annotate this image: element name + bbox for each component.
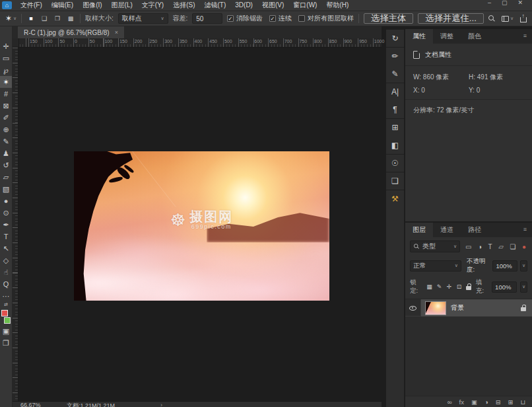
pixel-filter-icon[interactable]: ▭: [465, 243, 471, 250]
panel-tab[interactable]: 颜色: [461, 29, 488, 44]
eyedropper-tool[interactable]: ✐: [0, 112, 12, 124]
magic-wand-tool[interactable]: ✶: [0, 76, 12, 88]
visibility-toggle[interactable]: [405, 299, 421, 316]
close-button[interactable]: ✕: [517, 0, 523, 6]
learn-panel-icon[interactable]: ☉: [386, 154, 404, 172]
frame-tool[interactable]: ⊠: [0, 100, 12, 112]
subtract-selection-icon[interactable]: ❐: [53, 15, 62, 22]
pen-tool[interactable]: ✒: [0, 219, 12, 231]
history-panel-icon[interactable]: ↻: [386, 29, 404, 47]
share-icon[interactable]: [520, 17, 527, 22]
foreground-color-swatch[interactable]: [1, 310, 8, 316]
blur-tool[interactable]: ●: [0, 195, 12, 207]
opacity-dropdown-button[interactable]: ∨: [520, 260, 527, 272]
blend-mode-dropdown[interactable]: 正常 ∨: [410, 260, 461, 272]
swap-colors-icon[interactable]: ⇄: [0, 302, 12, 309]
menu-item[interactable]: 滤镜(T): [200, 0, 231, 11]
menu-item[interactable]: 视图(V): [257, 0, 288, 11]
crop-tool[interactable]: #: [0, 88, 12, 100]
clone-source-panel-icon[interactable]: ❏: [386, 172, 404, 190]
menu-item[interactable]: 文字(Y): [137, 0, 168, 11]
workspace-switcher[interactable]: ∨: [502, 16, 514, 22]
tolerance-input[interactable]: 50: [192, 13, 222, 24]
adjustments-panel-icon[interactable]: ◧: [386, 136, 404, 154]
horizontal-ruler[interactable]: 1501005005010015020025030035040045050055…: [13, 38, 382, 48]
fill-input[interactable]: 100%: [492, 281, 517, 293]
lasso-tool[interactable]: ℘: [0, 64, 12, 76]
healing-brush-tool[interactable]: ⊕: [0, 124, 12, 135]
close-icon[interactable]: ×: [115, 29, 118, 36]
panel-tab[interactable]: 图层: [405, 223, 433, 237]
document-tab[interactable]: R-C (1).jpg @ 66.7%(RGB/8) ×: [18, 26, 124, 38]
move-tool[interactable]: ✛: [0, 40, 12, 52]
hand-tool[interactable]: ☝: [0, 266, 12, 278]
delete-layer-icon[interactable]: ⊔: [521, 398, 525, 406]
panel-tab[interactable]: 路径: [461, 223, 488, 237]
select-and-mask-button[interactable]: 选择并遮住...: [418, 13, 484, 24]
type-filter-icon[interactable]: T: [488, 243, 492, 250]
menu-item[interactable]: 3D(D): [230, 0, 257, 11]
zoom-level-field[interactable]: 66.67%: [20, 402, 67, 407]
plugin-panel-icon[interactable]: ⚒: [386, 190, 404, 207]
lock-transparency-icon[interactable]: ▦: [426, 283, 433, 290]
history-brush-tool[interactable]: ↺: [0, 159, 12, 171]
canvas-area[interactable]: ☸ 摄图网 699pic.com: [13, 48, 382, 401]
photoshop-home-icon[interactable]: ⌂: [2, 1, 12, 9]
layer-style-icon[interactable]: fx: [459, 398, 464, 406]
menu-item[interactable]: 帮助(H): [321, 0, 353, 11]
quick-mask-button[interactable]: ▣: [0, 325, 12, 337]
option-checkbox[interactable]: ✓ 消除锯齿: [227, 14, 263, 23]
brush-settings-panel-icon[interactable]: ✏: [386, 47, 404, 65]
menu-item[interactable]: 图层(L): [107, 0, 137, 11]
background-color-swatch[interactable]: [4, 317, 11, 324]
menu-item[interactable]: 编辑(E): [47, 0, 78, 11]
maximize-button[interactable]: ▢: [502, 0, 508, 6]
new-group-icon[interactable]: ⊟: [496, 398, 501, 406]
adjustment-layer-icon[interactable]: ◑: [484, 398, 488, 406]
shape-filter-icon[interactable]: ▱: [498, 243, 504, 250]
shape-tool[interactable]: ◇: [0, 254, 12, 266]
option-checkbox[interactable]: ✓ 对所有图层取样: [298, 14, 354, 23]
new-layer-icon[interactable]: ⊞: [508, 398, 514, 406]
menu-item[interactable]: 选择(S): [168, 0, 199, 11]
menu-item[interactable]: 窗口(W): [288, 0, 321, 11]
panel-tab[interactable]: 通道: [433, 223, 461, 237]
zoom-tool[interactable]: Q: [0, 278, 12, 290]
lock-artboard-icon[interactable]: ⊡: [455, 283, 463, 290]
minimize-button[interactable]: –: [488, 0, 491, 6]
path-select-tool[interactable]: ↖: [0, 242, 12, 254]
edit-toolbar[interactable]: ⋯: [0, 290, 12, 302]
character-panel-icon[interactable]: A|: [386, 83, 404, 100]
lock-pixels-icon[interactable]: ✎: [436, 283, 443, 290]
gradient-tool[interactable]: ▧: [0, 183, 12, 195]
eraser-tool[interactable]: ▱: [0, 171, 12, 183]
new-selection-icon[interactable]: ■: [26, 15, 36, 22]
opacity-input[interactable]: 100%: [492, 260, 517, 272]
status-options-arrow[interactable]: ›: [152, 402, 162, 407]
search-icon[interactable]: [488, 15, 495, 22]
menu-item[interactable]: 文件(F): [16, 0, 47, 11]
panel-tab[interactable]: 属性: [405, 29, 433, 44]
clone-stamp-tool[interactable]: ♟: [0, 147, 12, 159]
link-layers-icon[interactable]: ∞: [448, 398, 452, 406]
panel-tab[interactable]: 调整: [433, 29, 461, 44]
dodge-tool[interactable]: ⊙: [0, 207, 12, 219]
lock-position-icon[interactable]: ✛: [446, 283, 453, 290]
marquee-tool[interactable]: ▭: [0, 52, 12, 64]
adjustment-filter-icon[interactable]: ◑: [478, 243, 482, 250]
sample-size-dropdown[interactable]: 取样点 ∨: [118, 13, 168, 24]
filter-pin-icon[interactable]: ●: [522, 243, 526, 250]
option-checkbox[interactable]: ✓ 连续: [269, 14, 292, 23]
layer-row-background[interactable]: 背景: [405, 299, 532, 316]
libraries-panel-icon[interactable]: ⊞: [386, 118, 404, 136]
vertical-ruler[interactable]: [13, 48, 18, 401]
fill-dropdown-button[interactable]: ∨: [520, 281, 527, 293]
paragraph-panel-icon[interactable]: ¶: [386, 100, 404, 118]
layer-mask-icon[interactable]: ▣: [471, 398, 477, 406]
brushes-panel-icon[interactable]: ✎: [386, 65, 404, 83]
screen-mode-button[interactable]: ❐: [0, 337, 12, 349]
type-tool[interactable]: T: [0, 231, 12, 242]
document-image[interactable]: ☸ 摄图网 699pic.com: [74, 151, 329, 301]
smart-object-filter-icon[interactable]: ❏: [510, 243, 515, 250]
add-selection-icon[interactable]: ❑: [40, 15, 49, 22]
